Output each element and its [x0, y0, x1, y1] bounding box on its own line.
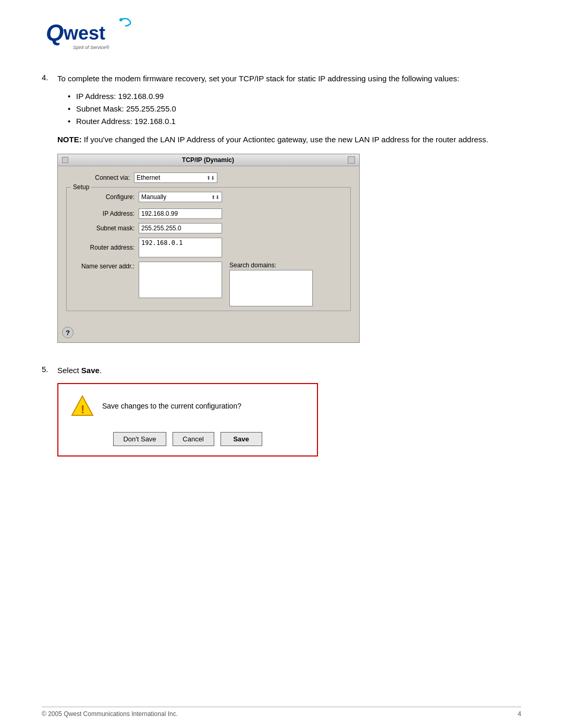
- router-row: Router address: 192.168.0.1: [71, 238, 346, 257]
- configure-arrow-icon: ⬆⬇: [211, 194, 219, 200]
- note-body: If you've changed the LAN IP Address of …: [82, 135, 488, 144]
- nameserver-group: Name server addr.:: [71, 262, 222, 306]
- ip-label: IP Address:: [71, 210, 139, 217]
- footer-page-number: 4: [518, 710, 521, 718]
- connect-via-row: Connect via: Ethernet ⬆⬇: [66, 172, 351, 183]
- note-label: NOTE:: [57, 135, 82, 144]
- step-5-bold: Save: [81, 366, 100, 375]
- setup-group: Setup Configure: Manually ⬆⬇ IP Address:: [66, 187, 351, 311]
- save-dialog-message: Save changes to the current configuratio…: [102, 402, 241, 410]
- step-5-number: 5.: [42, 365, 57, 467]
- step-4-text: To complete the modem firmware recovery,…: [57, 73, 521, 85]
- tcpip-dialog-screenshot: TCP/IP (Dynamic) Connect via: Ethernet ⬆…: [57, 154, 360, 343]
- router-label: Router address:: [71, 244, 139, 251]
- step-4: 4. To complete the modem firmware recove…: [42, 73, 521, 355]
- svg-text:Q: Q: [46, 20, 64, 45]
- nameserver-textarea[interactable]: [139, 262, 222, 298]
- help-button[interactable]: ?: [62, 327, 74, 338]
- configure-label: Configure:: [71, 193, 139, 201]
- nameserver-label: Name server addr.:: [71, 262, 139, 270]
- select-arrow-icon: ⬆⬇: [206, 175, 215, 181]
- close-btn-icon: [62, 157, 68, 163]
- dont-save-button[interactable]: Don't Save: [113, 432, 166, 446]
- step-5-text: Select Save.: [57, 365, 521, 377]
- subnet-label: Subnet mask:: [71, 225, 139, 232]
- search-domains-textarea[interactable]: [229, 270, 313, 306]
- bullet-list: IP Address: 192.168.0.99 Subnet Mask: 25…: [68, 90, 521, 128]
- bullet-subnet: Subnet Mask: 255.255.255.0: [68, 103, 521, 115]
- configure-row: Configure: Manually ⬆⬇: [71, 192, 346, 202]
- save-dialog-header: ! Save changes to the current configurat…: [71, 394, 304, 417]
- svg-point-2: [119, 18, 123, 21]
- dialog-title: TCP/IP (Dynamic): [68, 156, 348, 164]
- svg-text:!: !: [81, 403, 84, 416]
- connect-via-label: Connect via:: [66, 174, 134, 181]
- bottom-fields-row: Name server addr.: Search domains:: [71, 262, 346, 306]
- dialog-body: Connect via: Ethernet ⬆⬇ Setup Configure…: [58, 166, 359, 325]
- step-5-posttext: .: [100, 366, 102, 375]
- ip-row: IP Address:: [71, 208, 346, 219]
- step-5-pretext: Select: [57, 366, 81, 375]
- configure-value: Manually: [141, 193, 166, 201]
- search-domains-group: Search domains:: [229, 262, 313, 306]
- save-dialog-buttons: Don't Save Cancel Save: [71, 432, 304, 446]
- subnet-row: Subnet mask:: [71, 223, 346, 233]
- configure-select[interactable]: Manually ⬆⬇: [139, 192, 222, 202]
- svg-text:Spirit of Service®: Spirit of Service®: [73, 45, 109, 50]
- ip-input[interactable]: [139, 208, 222, 219]
- header: Q west Spirit of Service®: [42, 16, 521, 52]
- setup-group-label: Setup: [71, 183, 91, 191]
- save-dialog-screenshot: ! Save changes to the current configurat…: [57, 383, 318, 456]
- subnet-input[interactable]: [139, 223, 222, 233]
- svg-text:west: west: [63, 22, 105, 44]
- step-5: 5. Select Save. ! Save changes to the cu…: [42, 365, 521, 467]
- router-textarea[interactable]: 192.168.0.1: [139, 238, 222, 257]
- footer-copyright: © 2005 Qwest Communications Internationa…: [42, 710, 178, 718]
- cancel-button[interactable]: Cancel: [173, 432, 214, 446]
- dialog-footer: ?: [58, 325, 359, 342]
- bullet-ip: IP Address: 192.168.0.99: [68, 90, 521, 103]
- search-domains-label: Search domains:: [229, 262, 313, 269]
- connect-via-value: Ethernet: [137, 174, 160, 181]
- dialog-titlebar: TCP/IP (Dynamic): [58, 154, 359, 166]
- logo: Q west Spirit of Service®: [42, 16, 136, 52]
- note-text: NOTE: If you've changed the LAN IP Addre…: [57, 134, 521, 146]
- page-footer: © 2005 Qwest Communications Internationa…: [42, 707, 521, 718]
- connect-via-select[interactable]: Ethernet ⬆⬇: [134, 172, 217, 183]
- step-4-number: 4.: [42, 73, 57, 355]
- step-4-content: To complete the modem firmware recovery,…: [57, 73, 521, 355]
- bullet-router: Router Address: 192.168.0.1: [68, 115, 521, 128]
- warning-icon: !: [71, 394, 94, 417]
- titlebar-left: [62, 157, 68, 163]
- save-button[interactable]: Save: [221, 432, 262, 446]
- step-5-content: Select Save. ! Save changes to the curre…: [57, 365, 521, 467]
- resize-btn-icon: [348, 156, 355, 164]
